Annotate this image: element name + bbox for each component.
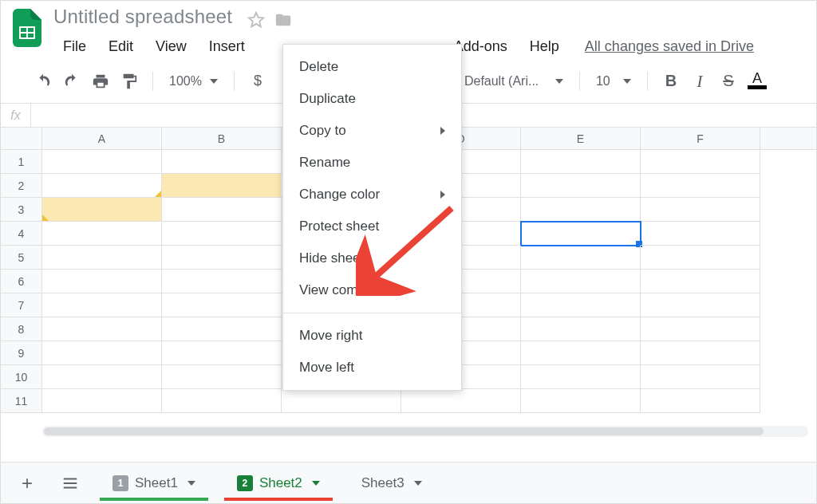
cell[interactable] [162, 317, 282, 341]
cell[interactable] [162, 365, 282, 389]
cell[interactable] [42, 341, 162, 365]
cell[interactable] [521, 293, 641, 317]
menu-item-move-right[interactable]: Move right [283, 320, 461, 352]
menu-item-protect-sheet[interactable]: Protect sheet [283, 211, 461, 242]
horizontal-scrollbar[interactable] [42, 426, 808, 437]
row-header[interactable]: 1 [1, 150, 42, 174]
row-header[interactable]: 4 [1, 222, 42, 246]
cell[interactable] [282, 389, 401, 413]
row-header[interactable]: 3 [1, 198, 42, 222]
font-dropdown[interactable]: Default (Ari... [458, 71, 570, 92]
cell[interactable] [521, 365, 641, 389]
cell[interactable] [42, 150, 162, 174]
cell[interactable] [162, 389, 282, 413]
menu-help[interactable]: Help [520, 33, 569, 60]
caret-down-icon[interactable] [187, 481, 195, 486]
cell[interactable] [521, 317, 641, 341]
cell[interactable] [521, 150, 641, 174]
cell[interactable] [42, 174, 162, 198]
menu-insert[interactable]: Insert [199, 33, 255, 60]
sheet-tab-sheet1[interactable]: 1 Sheet1 [100, 467, 208, 499]
cell[interactable] [162, 246, 282, 270]
cell[interactable] [641, 293, 760, 317]
row-header[interactable]: 7 [1, 293, 42, 317]
move-folder-icon[interactable] [274, 11, 292, 29]
cell[interactable] [42, 246, 162, 270]
undo-button[interactable] [30, 68, 57, 95]
menu-file[interactable]: File [53, 33, 96, 60]
row-header[interactable]: 9 [1, 341, 42, 365]
cell[interactable] [641, 365, 760, 389]
currency-button[interactable]: $ [244, 68, 271, 95]
italic-button[interactable]: I [686, 68, 713, 95]
save-status[interactable]: All changes saved in Drive [585, 38, 754, 55]
cell[interactable] [162, 341, 282, 365]
cell[interactable] [641, 389, 760, 413]
menu-item-duplicate[interactable]: Duplicate [283, 83, 461, 115]
cell[interactable] [641, 317, 760, 341]
menu-view[interactable]: View [146, 33, 196, 60]
menu-item-change-color[interactable]: Change color [283, 179, 461, 211]
zoom-dropdown[interactable]: 100% [163, 71, 224, 92]
row-header[interactable]: 2 [1, 174, 42, 198]
cell[interactable] [42, 365, 162, 389]
cell[interactable] [42, 293, 162, 317]
cell[interactable] [641, 150, 760, 174]
cell[interactable] [641, 246, 760, 270]
menu-edit[interactable]: Edit [99, 33, 143, 60]
caret-down-icon[interactable] [312, 481, 320, 486]
cell[interactable] [162, 270, 282, 293]
column-header[interactable]: A [42, 128, 162, 149]
star-icon[interactable] [247, 11, 265, 29]
menu-item-hide-sheet[interactable]: Hide sheet [283, 242, 461, 274]
cell[interactable] [521, 174, 641, 198]
row-header[interactable]: 6 [1, 270, 42, 293]
print-button[interactable] [87, 68, 114, 95]
select-all-corner[interactable] [1, 128, 42, 149]
redo-button[interactable] [58, 68, 85, 95]
row-header[interactable]: 11 [1, 389, 42, 413]
column-header[interactable]: B [162, 128, 282, 149]
font-size-dropdown[interactable]: 10 [590, 71, 637, 92]
cell[interactable] [521, 246, 641, 270]
menu-item-move-left[interactable]: Move left [283, 352, 461, 384]
cell[interactable] [42, 317, 162, 341]
cell[interactable] [42, 389, 162, 413]
cell[interactable] [641, 174, 760, 198]
sheet-tab-sheet2[interactable]: 2 Sheet2 [224, 467, 333, 499]
sheet-tab-sheet3[interactable]: Sheet3 [349, 467, 435, 499]
cell[interactable] [401, 389, 521, 413]
cell[interactable] [162, 222, 282, 246]
cell[interactable] [42, 270, 162, 293]
cell[interactable] [521, 389, 641, 413]
document-title[interactable]: Untitled spreadsheet [53, 6, 232, 27]
cell-active[interactable] [521, 222, 641, 246]
menu-item-copy-to[interactable]: Copy to [283, 115, 461, 147]
menu-item-view-comments[interactable]: View comments [283, 274, 461, 306]
row-header[interactable]: 5 [1, 246, 42, 270]
cell[interactable] [162, 198, 282, 222]
all-sheets-button[interactable] [57, 470, 84, 497]
caret-down-icon[interactable] [414, 481, 422, 486]
paint-format-button[interactable] [116, 68, 143, 95]
cell[interactable] [521, 270, 641, 293]
text-color-button[interactable]: A [744, 68, 771, 95]
add-sheet-button[interactable]: + [14, 470, 41, 497]
row-header[interactable]: 8 [1, 317, 42, 341]
cell[interactable] [162, 174, 282, 198]
cell[interactable] [521, 198, 641, 222]
menu-item-delete[interactable]: Delete [283, 51, 461, 83]
cell[interactable] [641, 198, 760, 222]
cell[interactable] [42, 198, 162, 222]
column-header[interactable]: F [641, 128, 760, 149]
menu-item-rename[interactable]: Rename [283, 147, 461, 179]
row-header[interactable]: 10 [1, 365, 42, 389]
cell[interactable] [42, 222, 162, 246]
cell[interactable] [162, 150, 282, 174]
column-header[interactable]: E [521, 128, 641, 149]
cell[interactable] [641, 222, 760, 246]
cell[interactable] [641, 341, 760, 365]
bold-button[interactable]: B [657, 68, 685, 95]
strikethrough-button[interactable]: S [715, 68, 742, 95]
cell[interactable] [162, 293, 282, 317]
